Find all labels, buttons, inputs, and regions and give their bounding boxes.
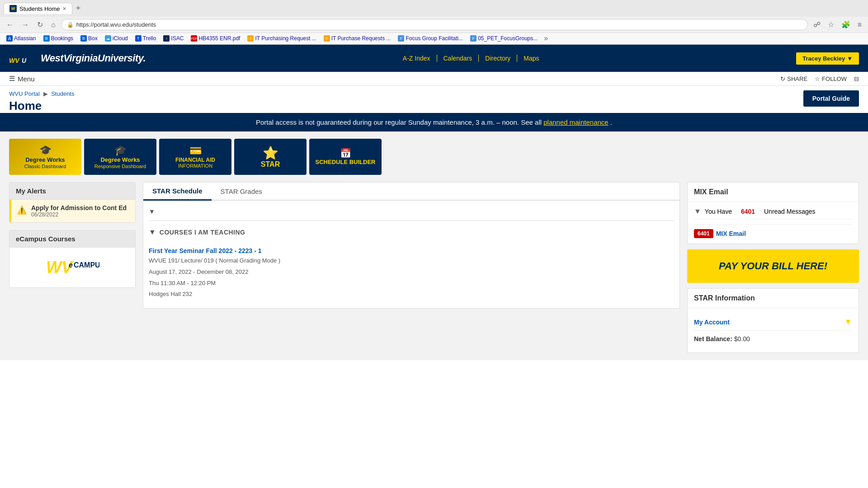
pay-bill-button[interactable]: PAY YOUR BILL HERE! [687,249,859,283]
courses-toggle-icon[interactable]: ▼ [149,228,156,236]
breadcrumb-portal-link[interactable]: WVU Portal [9,90,40,97]
schedule-builder-button[interactable]: 📅 SCHEDULE BUILDER [309,139,382,175]
star-dropdown-icon[interactable]: ▼ [149,208,155,215]
degreeworks-responsive-icon: 🎓 [114,145,127,156]
bookmark-atlassian[interactable]: A Atlassian [4,34,39,42]
svg-text:U: U [22,57,27,64]
follow-button[interactable]: ☆ FOLLOW [815,75,847,82]
url-text: https://portal.wvu.edu/students [76,21,802,28]
nav-az-index[interactable]: A-Z Index [396,55,437,62]
menu-button[interactable]: ≡ [855,19,864,31]
email-divider [694,219,852,220]
bookmark-button[interactable]: ☆ [825,19,837,31]
browser-tab[interactable]: W Students Home × [4,3,72,14]
bookmark-hb4355[interactable]: PDF HB4355 ENR.pdf [188,34,243,42]
unread-count: 6401 [741,208,755,215]
degreeworks-classic-sublabel: Classic Dashboard [24,164,66,169]
degreeworks-responsive-button[interactable]: 🎓 Degree Works Responsive Dashboard [84,139,156,175]
my-account-link[interactable]: My Account [694,319,730,326]
page-title: Home [9,99,74,113]
email-chevron-icon: ▼ [694,207,701,216]
browser-chrome: W Students Home × + ← → ↻ ⌂ 🔒 https://po… [0,0,868,45]
user-name: Tracey Beckley [802,55,845,62]
nav-directory[interactable]: Directory [479,55,517,62]
financial-aid-label: FINANCIAL AID [175,157,215,163]
star-grades-tab[interactable]: STAR Grades [212,183,271,200]
email-unread-badge: 6401 [694,229,713,238]
nav-maps[interactable]: Maps [517,55,545,62]
collapse-button[interactable]: ⊟ [854,75,859,82]
bookmark-label: Bookings [51,35,73,42]
bookmark-isac[interactable]: I ISAC [160,34,186,42]
bookmarks-bar: A Atlassian B Bookings B Box ☁ iCloud T … [0,33,868,44]
bookmark-trello[interactable]: T Trello [132,34,159,42]
star-button[interactable]: ⭐ STAR [234,139,307,175]
unread-label: Unread Messages [764,208,816,215]
courses-title: COURSES I AM TEACHING [160,229,245,236]
bookmark-pet[interactable]: F 05_PET_FocusGroups... [467,34,540,42]
notice-text: Portal access is not guaranteed during o… [256,118,542,126]
main-menu-button[interactable]: ☰ Menu [9,75,35,83]
degreeworks-responsive-sublabel: Responsive Dashboard [94,164,146,169]
alert-content: Apply for Admission to Cont Ed 06/28/202… [31,204,127,218]
bookmark-label: IT Purchasing Request ... [255,35,316,42]
new-tab-button[interactable]: + [72,4,85,13]
star-tab-content: ▼ ▼ COURSES I AM TEACHING F [143,201,679,308]
breadcrumb-students-link[interactable]: Students [51,90,74,97]
tab-close-button[interactable]: × [63,5,66,12]
star-schedule-tab[interactable]: STAR Schedule [143,183,212,201]
user-menu-button[interactable]: Tracey Beckley ▼ [796,52,859,65]
reader-view-button[interactable]: ☍ [811,19,823,31]
ecampus-panel: eCampus Courses WV e CAMPUS [9,230,136,288]
ecampus-logo-svg: WV e CAMPUS [45,254,99,281]
bookmark-label: HB4355 ENR.pdf [198,35,240,42]
more-bookmarks-button[interactable]: » [542,34,550,42]
planned-maintenance-link[interactable]: planned maintenance [543,118,608,126]
bookings-icon: B [43,35,50,42]
degreeworks-classic-label: Degree Works [25,156,65,164]
wvu-logo-text: WestVirginiaUniversity. [41,52,146,64]
extensions-button[interactable]: 🧩 [839,19,853,31]
forward-button[interactable]: → [19,19,32,31]
portal-guide-button[interactable]: Portal Guide [803,90,859,107]
my-alerts-panel: My Alerts ⚠️ Apply for Admission to Cont… [9,182,136,223]
degreeworks-classic-button[interactable]: 🎓 Degree Works Classic Dashboard [9,139,81,175]
browser-titlebar: W Students Home × + [0,0,868,17]
nav-extras: ☍ ☆ 🧩 ≡ [811,19,864,31]
star-icon: ☆ [815,75,820,82]
tab-favicon: W [9,5,17,12]
mix-email-panel: MIX Email ▼ You Have 6401 Unread Message… [687,182,859,244]
bookmark-box[interactable]: B Box [78,34,100,42]
reload-button[interactable]: ↻ [34,19,46,31]
home-button[interactable]: ⌂ [48,19,58,31]
bookmark-it-purchasing[interactable]: ⚡ IT Purchasing Request ... [245,34,319,42]
url-bar[interactable]: 🔒 https://portal.wvu.edu/students [61,19,808,30]
it2-icon: ⚡ [324,35,330,42]
financial-aid-button[interactable]: 💳 FINANCIAL AID INFORMATION [159,139,231,175]
star-panel: STAR Schedule STAR Grades ▼ [143,182,680,309]
nav-calendars[interactable]: Calendars [437,55,479,62]
bookmark-bookings[interactable]: B Bookings [41,34,76,42]
financial-aid-sublabel: INFORMATION [178,163,212,169]
course-location: Hodges Hall 232 [149,288,674,299]
back-button[interactable]: ← [4,19,16,31]
bookmark-icloud[interactable]: ☁ iCloud [102,34,131,42]
star-dropdown-row: ▼ [149,206,674,219]
mix-email-link[interactable]: MIX Email [716,230,746,237]
my-account-chevron-icon: ▼ [844,317,852,327]
email-message-text: You Have [705,208,732,215]
user-dropdown-icon: ▼ [847,55,853,62]
wvu-logo: WV U WestVirginiaUniversity. [9,49,146,67]
star-icon-ql: ⭐ [263,145,278,160]
bookmark-it-purchase[interactable]: ⚡ IT Purchase Requests ... [321,34,394,42]
share-button[interactable]: ↻ SHARE [780,75,807,82]
hamburger-icon: ☰ [9,75,15,83]
alert-date: 06/28/2022 [31,211,127,218]
my-alerts-header: My Alerts [9,183,135,200]
page-actions-bar: ☰ Menu ↻ SHARE ☆ FOLLOW ⊟ [0,72,868,86]
course-link[interactable]: First Year Seminar Fall 2022 - 2223 - 1 [149,247,262,254]
bookmark-focus-group[interactable]: F Focus Group Facilitati... [395,34,466,42]
course-dates: August 17, 2022 - December 08, 2022 [149,266,674,277]
menu-label: Menu [18,75,35,83]
breadcrumb-container: WVU Portal ▶ Students Home [9,90,74,113]
